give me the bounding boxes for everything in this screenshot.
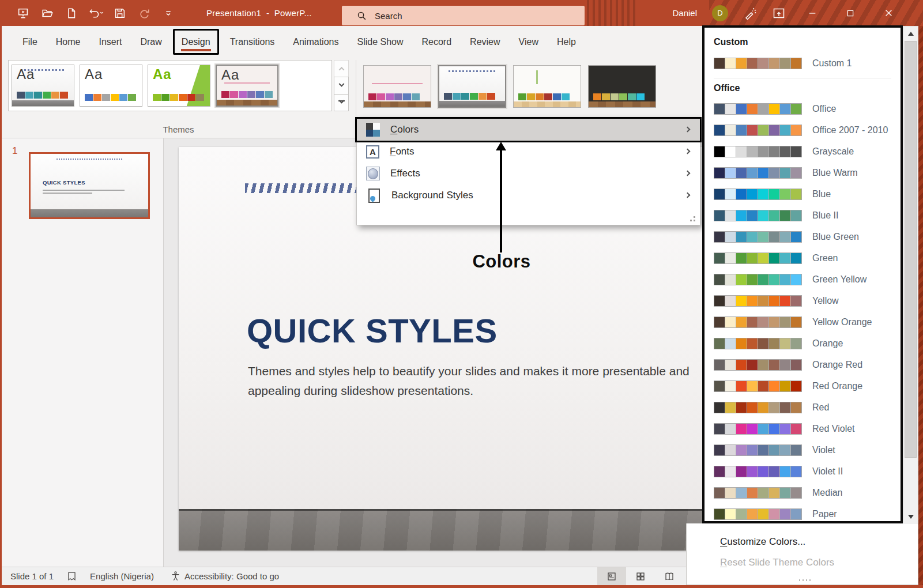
flyout-scrollbar[interactable]: [903, 27, 918, 523]
slide-sorter-view-button[interactable]: [626, 567, 655, 585]
variant-thumbnail-variant-1[interactable]: [363, 65, 431, 108]
customize-colors-command[interactable]: Customize Colors...: [720, 532, 918, 552]
menu-item-effects[interactable]: Effects: [357, 163, 700, 184]
accessibility-icon[interactable]: [170, 571, 181, 582]
maximize-button[interactable]: [839, 0, 862, 26]
menu-item-colors[interactable]: Colors: [357, 119, 700, 141]
swatch: [791, 317, 801, 327]
swatch: [619, 93, 627, 100]
start-slideshow-icon[interactable]: [14, 4, 32, 22]
color-scheme-name: Blue: [812, 189, 831, 199]
variant-thumbnail-variant-4[interactable]: [588, 65, 656, 108]
scroll-down-arrow[interactable]: [903, 510, 918, 523]
tab-design[interactable]: Design: [173, 29, 219, 55]
redo-icon[interactable]: [135, 4, 153, 22]
tab-animations[interactable]: Animations: [284, 26, 348, 58]
reset-slide-theme-colors-command[interactable]: Reset Slide Theme Colors: [720, 552, 918, 573]
menu-item-background-styles[interactable]: Background Styles: [357, 184, 700, 206]
gallery-more-button[interactable]: [334, 94, 349, 111]
color-scheme-yellow-orange[interactable]: Yellow Orange: [714, 311, 901, 333]
color-scheme-green-yellow[interactable]: Green Yellow: [714, 269, 901, 290]
color-scheme-office[interactable]: Office: [714, 98, 901, 119]
swatch: [780, 104, 790, 114]
slide-indicator[interactable]: Slide 1 of 1: [10, 571, 54, 581]
customize-qat-chevron-icon[interactable]: [159, 4, 178, 22]
color-scheme-orange-red[interactable]: Orange Red: [714, 354, 901, 375]
variant-thumbnail-variant-3[interactable]: [513, 65, 581, 108]
search-input[interactable]: Search: [342, 6, 585, 25]
color-scheme-red[interactable]: Red: [714, 397, 901, 418]
color-scheme-blue-green[interactable]: Blue Green: [714, 226, 901, 247]
gallery-scroll-down-button[interactable]: [334, 77, 349, 94]
swatch: [636, 93, 645, 100]
theme-swatches: [85, 94, 136, 101]
tab-draw[interactable]: Draw: [131, 26, 171, 58]
open-file-icon[interactable]: [38, 4, 56, 22]
color-scheme-grayscale[interactable]: Grayscale: [714, 141, 901, 162]
theme-thumbnail-gallery-current-variant[interactable]: Aa: [12, 65, 74, 107]
variant-preview: [439, 66, 505, 107]
normal-view-button[interactable]: [597, 567, 626, 585]
color-scheme-name: Green: [812, 253, 838, 263]
swatch: [747, 424, 758, 434]
menu-resize-grip[interactable]: [688, 214, 695, 221]
language-indicator[interactable]: English (Nigeria): [90, 571, 154, 581]
color-scheme-office-2007-2010[interactable]: Office 2007 - 2010: [714, 119, 901, 141]
gallery-scroll-up-button[interactable]: [334, 60, 349, 77]
undo-icon[interactable]: [86, 4, 105, 22]
tab-slide-show[interactable]: Slide Show: [348, 26, 412, 58]
color-scheme-yellow[interactable]: Yellow: [714, 290, 901, 311]
flyout-resize-grip[interactable]: [803, 579, 804, 581]
slide-thumbnail[interactable]: QUICK STYLES: [29, 152, 150, 219]
tab-help[interactable]: Help: [548, 26, 585, 58]
tab-review[interactable]: Review: [461, 26, 509, 58]
swatch: [747, 296, 758, 306]
color-scheme-orange[interactable]: Orange: [714, 333, 901, 354]
slide-title-text[interactable]: QUICK STYLES: [247, 311, 498, 350]
color-scheme-custom-1[interactable]: Custom 1: [714, 52, 901, 75]
tab-record[interactable]: Record: [413, 26, 461, 58]
color-scheme-blue-ii[interactable]: Blue II: [714, 205, 901, 226]
tab-transitions[interactable]: Transitions: [221, 26, 284, 58]
scroll-up-arrow[interactable]: [903, 27, 918, 40]
thumbnail-floor: [31, 209, 148, 217]
swatch: [769, 189, 779, 199]
reading-view-button[interactable]: [655, 567, 684, 585]
color-scheme-blue[interactable]: Blue: [714, 183, 901, 205]
theme-thumbnail-office-theme[interactable]: Aa: [80, 65, 142, 107]
minimize-button[interactable]: [801, 0, 824, 26]
close-button[interactable]: [877, 0, 900, 26]
color-scheme-blue-warm[interactable]: Blue Warm: [714, 162, 901, 183]
coming-soon-pen-icon[interactable]: [743, 6, 757, 20]
swatch: [562, 93, 570, 100]
tab-insert[interactable]: Insert: [89, 26, 131, 58]
variant-thumbnail-variant-2[interactable]: [438, 65, 506, 108]
color-scheme-name: Median: [812, 488, 842, 498]
scrollbar-thumb[interactable]: [905, 41, 917, 458]
menu-item-fonts[interactable]: AFonts: [357, 141, 700, 163]
color-scheme-red-orange[interactable]: Red Orange: [714, 375, 901, 397]
theme-thumbnail-gallery[interactable]: Aa: [216, 65, 278, 107]
color-scheme-red-violet[interactable]: Red Violet: [714, 418, 901, 439]
tab-home[interactable]: Home: [47, 26, 90, 58]
new-file-icon[interactable]: [62, 4, 81, 22]
color-scheme-paper[interactable]: Paper: [714, 503, 901, 523]
color-scheme-violet-ii[interactable]: Violet II: [714, 461, 901, 482]
swatch: [769, 509, 779, 519]
color-scheme-violet[interactable]: Violet: [714, 439, 901, 461]
swatch: [780, 402, 790, 413]
swatch: [736, 338, 747, 349]
theme-thumbnail-facet[interactable]: Aa: [148, 65, 210, 107]
accessibility-status[interactable]: Accessibility: Good to go: [184, 571, 279, 581]
tab-view[interactable]: View: [510, 26, 548, 58]
tab-file[interactable]: File: [13, 26, 47, 58]
avatar[interactable]: D: [712, 5, 728, 21]
color-scheme-green[interactable]: Green: [714, 247, 901, 269]
ribbon-display-options-icon[interactable]: [772, 6, 786, 20]
spellcheck-icon[interactable]: [66, 571, 77, 582]
color-scheme-median[interactable]: Median: [714, 482, 901, 503]
account-name[interactable]: Daniel: [672, 8, 697, 18]
swatch: [747, 253, 758, 263]
color-scheme-name: Red: [812, 402, 829, 413]
save-icon[interactable]: [111, 4, 129, 22]
